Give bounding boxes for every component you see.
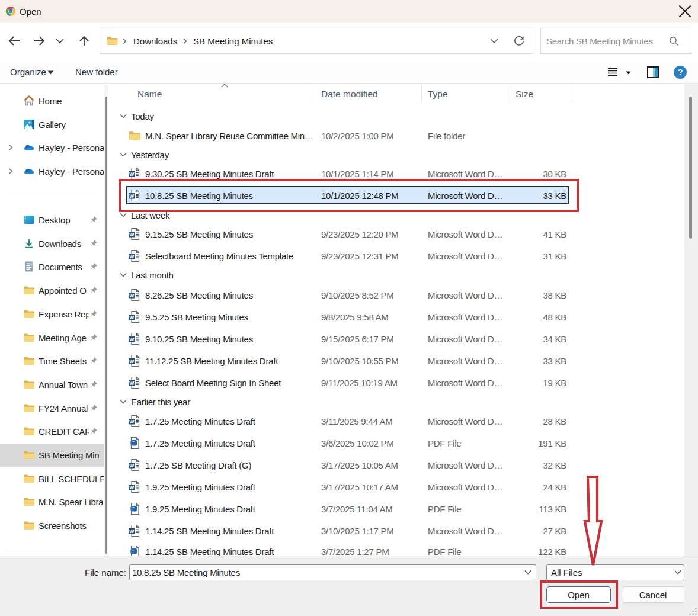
svg-text:W: W [129,292,135,298]
svg-text:W: W [129,171,135,177]
svg-text:W: W [129,232,135,238]
svg-text:W: W [129,358,135,364]
svg-text:W: W [129,336,135,342]
svg-text:W: W [129,463,135,469]
svg-text:W: W [129,253,135,259]
svg-text:W: W [129,419,135,425]
svg-text:W: W [129,528,135,534]
svg-text:W: W [129,315,135,320]
svg-text:?: ? [678,68,683,77]
svg-text:W: W [129,485,135,490]
svg-text:W: W [129,380,135,386]
